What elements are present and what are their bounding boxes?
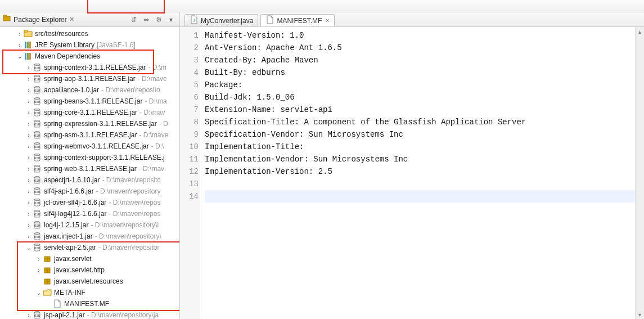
tree-item[interactable]: ›010aspectjrt-1.6.10.jar - D:\maven\repo… — [0, 174, 179, 186]
package-tree[interactable]: ›src/test/resources›JRE System Library[J… — [0, 27, 179, 319]
code-line[interactable]: Implementation-Version: 2.5 — [205, 165, 635, 178]
code-line[interactable]: Specification-Vendor: Sun Microsystems I… — [205, 128, 635, 141]
expand-toggle[interactable]: › — [25, 222, 33, 228]
expand-toggle[interactable]: › — [25, 121, 33, 127]
expand-toggle[interactable]: › — [25, 110, 33, 116]
code-line[interactable]: Ant-Version: Apache Ant 1.6.5 — [205, 42, 635, 54]
svg-text:010: 010 — [34, 134, 40, 137]
tree-item-label: spring-expression-3.1.1.RELEASE.jar — [44, 120, 157, 128]
tree-item-path: - D:\maven\reposito — [101, 86, 160, 94]
expand-toggle[interactable]: › — [25, 233, 33, 240]
expand-toggle[interactable]: › — [25, 98, 33, 105]
expand-toggle[interactable]: › — [25, 177, 33, 183]
expand-toggle[interactable]: ⌄ — [16, 53, 24, 60]
editor-tab[interactable]: MANIFEST.MF✕ — [260, 14, 335, 26]
expand-toggle[interactable]: › — [25, 200, 33, 206]
expand-toggle[interactable]: ⌄ — [25, 245, 33, 251]
svg-text:010: 010 — [34, 246, 40, 250]
expand-toggle[interactable]: › — [25, 132, 33, 138]
tree-item[interactable]: ›010slf4j-log4j12-1.6.6.jar - D:\maven\r… — [0, 208, 179, 219]
link-editor-button[interactable]: ⇔ — [141, 15, 151, 25]
tree-item[interactable]: ›010spring-expression-3.1.1.RELEASE.jar … — [0, 118, 179, 129]
tree-item[interactable]: ›010aopalliance-1.0.jar - D:\maven\repos… — [0, 84, 179, 96]
tree-item[interactable]: ⌄010servlet-api-2.5.jar - D:\maven\repos… — [0, 242, 179, 253]
tree-item-label: spring-aop-3.1.1.RELEASE.jar — [44, 75, 136, 83]
tree-item[interactable]: ›010spring-asm-3.1.1.RELEASE.jar - D:\ma… — [0, 129, 179, 141]
tree-item[interactable]: ›010spring-webmvc-3.1.1.RELEASE.jar - D:… — [0, 141, 179, 152]
code-line[interactable]: Manifest-Version: 1.0 — [205, 29, 635, 42]
filter-button[interactable]: ⚙ — [154, 15, 164, 25]
tree-item[interactable]: ›010log4j-1.2.15.jar - D:\maven\reposito… — [0, 219, 179, 231]
expand-toggle[interactable]: › — [25, 155, 33, 161]
code-line[interactable]: Implementation-Vendor: Sun Microsystems … — [205, 153, 635, 165]
tree-item[interactable]: ›010jsp-api-2.1.jar - D:\maven\repositor… — [0, 309, 179, 319]
tree-item[interactable]: ›010spring-context-3.1.1.RELEASE.jar - D… — [0, 62, 179, 73]
scroll-down-icon[interactable]: ▾ — [636, 310, 644, 319]
code-line[interactable]: Created-By: Apache Maven — [205, 54, 635, 66]
expand-toggle[interactable]: › — [35, 256, 43, 262]
jar-icon: 010 — [33, 243, 42, 252]
view-menu-button[interactable]: ▾ — [166, 15, 176, 25]
code-line[interactable]: Package: — [205, 79, 635, 91]
jar-icon: 010 — [33, 221, 42, 230]
expand-toggle[interactable]: › — [25, 76, 33, 82]
tree-item[interactable]: ›010javax.inject-1.jar - D:\maven\reposi… — [0, 231, 179, 242]
tree-item[interactable]: ›010slf4j-api-1.6.6.jar - D:\maven\repos… — [0, 186, 179, 197]
tree-item-path: - D:\maven\repositor — [98, 244, 160, 251]
tree-item[interactable]: ⌄Maven Dependencies — [0, 51, 179, 62]
tree-item[interactable]: ›JRE System Library[JavaSE-1.6] — [0, 39, 179, 51]
code-line[interactable]: Implementation-Title: — [205, 141, 635, 153]
tab-close-icon[interactable]: ✕ — [325, 17, 330, 24]
tree-item[interactable]: ›010jcl-over-slf4j-1.6.6.jar - D:\maven\… — [0, 197, 179, 208]
file-icon — [53, 299, 62, 308]
expand-toggle[interactable]: ⌄ — [35, 290, 43, 296]
svg-marker-79 — [271, 16, 273, 17]
tree-item[interactable]: ›010spring-aop-3.1.1.RELEASE.jar - D:\ma… — [0, 73, 179, 84]
expand-toggle[interactable]: › — [16, 42, 24, 48]
tree-item[interactable]: javax.servlet.resources — [0, 276, 179, 287]
expand-toggle[interactable]: › — [25, 211, 33, 217]
tree-item[interactable]: ›javax.servlet — [0, 253, 179, 264]
expand-toggle[interactable]: › — [16, 31, 24, 37]
code-line[interactable]: Specification-Title: A component of the … — [205, 116, 635, 128]
scroll-up-icon[interactable]: ▴ — [636, 27, 644, 36]
svg-text:010: 010 — [34, 168, 40, 171]
tree-item[interactable]: ⌄META-INF — [0, 287, 179, 298]
expand-toggle[interactable]: › — [35, 267, 43, 273]
code-area[interactable]: Manifest-Version: 1.0Ant-Version: Apache… — [201, 27, 635, 319]
expand-toggle[interactable]: › — [25, 65, 33, 71]
tree-item-path: - D:\mav — [139, 109, 165, 116]
expand-toggle[interactable]: › — [25, 312, 33, 318]
tree-item[interactable]: ›src/test/resources — [0, 28, 179, 39]
package-icon — [43, 266, 52, 275]
tree-item-label: Maven Dependencies — [35, 52, 100, 60]
tree-item-path: - D:\maven\repos — [109, 199, 160, 206]
svg-point-41 — [34, 177, 40, 178]
tree-item[interactable]: ›javax.servlet.http — [0, 264, 179, 276]
code-line[interactable] — [205, 178, 635, 190]
tree-item[interactable]: MANIFEST.MF — [0, 298, 179, 309]
tree-item[interactable]: ›010spring-web-3.1.1.RELEASE.jar - D:\ma… — [0, 163, 179, 174]
tree-item[interactable]: ›010spring-context-support-3.1.1.RELEASE… — [0, 152, 179, 163]
tree-item-label: META-INF — [54, 289, 85, 296]
expand-toggle[interactable]: › — [25, 87, 33, 93]
tree-item[interactable]: ›010spring-beans-3.1.1.RELEASE.jar - D:\… — [0, 96, 179, 107]
editor-body: 1234567891011121314 Manifest-Version: 1.… — [180, 27, 644, 319]
package-explorer-panel: Package Explorer ✕ ⇵ ⇔ ⚙ ▾ ›src/test/res… — [0, 12, 180, 319]
svg-text:010: 010 — [34, 100, 40, 104]
tree-item[interactable]: ›010spring-core-3.1.1.RELEASE.jar - D:\m… — [0, 107, 179, 118]
line-number: 5 — [184, 79, 199, 91]
expand-toggle[interactable]: › — [25, 143, 33, 150]
code-line[interactable]: Built-By: edburns — [205, 66, 635, 79]
vertical-scrollbar[interactable]: ▴ ▾ — [635, 27, 644, 319]
collapse-all-button[interactable]: ⇵ — [129, 15, 139, 25]
editor-tab[interactable]: JMyConverter.java — [184, 14, 258, 26]
view-close-icon[interactable]: ✕ — [69, 16, 74, 23]
expand-toggle[interactable]: › — [25, 166, 33, 172]
code-line[interactable]: Extension-Name: servlet-api — [205, 104, 635, 116]
code-line[interactable] — [205, 190, 635, 203]
tab-label: MyConverter.java — [201, 17, 253, 25]
code-line[interactable]: Build-Jdk: 1.5.0_06 — [205, 91, 635, 104]
expand-toggle[interactable]: › — [25, 188, 33, 195]
editor-tabs: JMyConverter.javaMANIFEST.MF✕ — [180, 12, 644, 27]
